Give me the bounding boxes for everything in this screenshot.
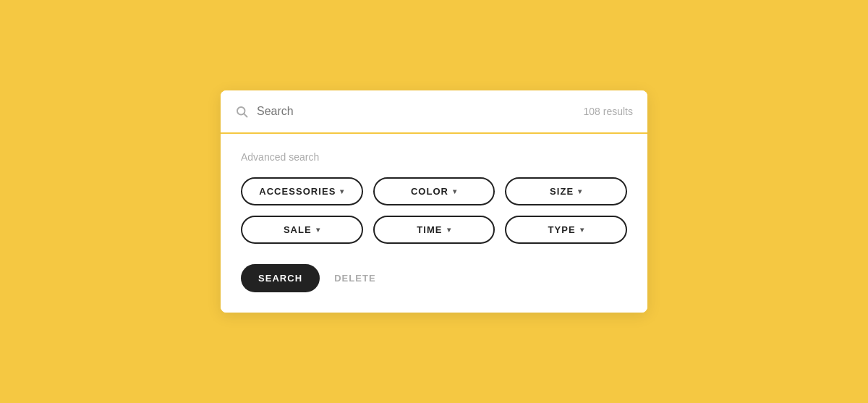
chevron-down-icon: ▾ — [340, 187, 344, 195]
filter-size[interactable]: SIZE ▾ — [505, 177, 627, 205]
filter-type[interactable]: TYPE ▾ — [505, 216, 627, 244]
chevron-down-icon: ▾ — [447, 226, 451, 234]
chevron-down-icon: ▾ — [578, 187, 582, 195]
search-input[interactable] — [257, 105, 584, 118]
filter-accessories[interactable]: ACCESSORIES ▾ — [241, 177, 363, 205]
advanced-panel: Advanced search ACCESSORIES ▾ COLOR ▾ SI… — [221, 134, 647, 313]
chevron-down-icon: ▾ — [580, 226, 584, 234]
filter-sale-label: SALE — [284, 224, 312, 235]
advanced-search-label: Advanced search — [241, 151, 627, 163]
svg-line-1 — [244, 114, 247, 116]
filter-accessories-label: ACCESSORIES — [259, 186, 336, 197]
search-bar: 108 results — [221, 90, 647, 134]
filter-sale[interactable]: SALE ▾ — [241, 216, 363, 244]
filter-time[interactable]: TIME ▾ — [373, 216, 495, 244]
search-icon — [235, 105, 248, 118]
search-button[interactable]: SEARCH — [241, 264, 320, 292]
delete-button[interactable]: DELETE — [334, 264, 376, 292]
filter-time-label: TIME — [417, 224, 442, 235]
filter-size-label: SIZE — [550, 186, 574, 197]
filter-color-label: COLOR — [411, 186, 448, 197]
chevron-down-icon: ▾ — [453, 187, 457, 195]
search-widget: 108 results Advanced search ACCESSORIES … — [221, 90, 647, 313]
filter-color[interactable]: COLOR ▾ — [373, 177, 495, 205]
filter-type-label: TYPE — [548, 224, 576, 235]
results-count: 108 results — [584, 106, 633, 117]
chevron-down-icon: ▾ — [316, 226, 320, 234]
filter-grid: ACCESSORIES ▾ COLOR ▾ SIZE ▾ SALE ▾ TIME… — [241, 177, 627, 244]
action-row: SEARCH DELETE — [241, 264, 627, 292]
